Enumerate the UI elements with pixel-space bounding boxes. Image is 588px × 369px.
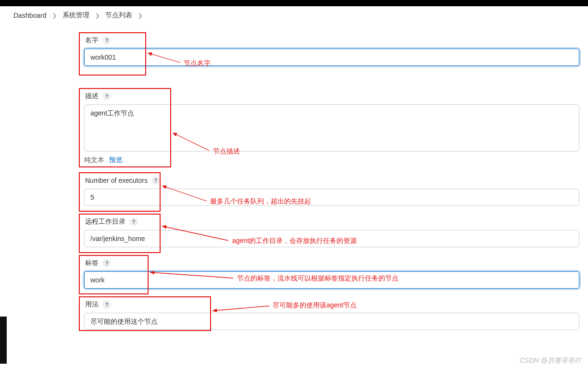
window-topbar <box>0 0 588 6</box>
help-icon[interactable]: ? <box>102 300 111 309</box>
annotation-name: 节点名字 <box>184 59 211 68</box>
usage-select[interactable]: 尽可能的使用这个节点 <box>84 313 579 330</box>
annotation-description: 节点描述 <box>213 147 240 156</box>
annotation-labels: 节点的标签，流水线可以根据标签指定执行任务的节点 <box>237 274 399 283</box>
executors-label: Number of executors <box>85 177 148 184</box>
usage-label: 用法 <box>85 300 99 309</box>
remote-label: 远程工作目录 <box>85 217 125 226</box>
field-labels: 标签 ? 节点的标签，流水线可以根据标签指定执行任务的节点 <box>84 259 588 289</box>
name-label: 名字 <box>85 36 99 45</box>
field-usage: 用法 ? 尽可能的使用这个节点 尽可能多的使用该agent节点 <box>84 300 588 330</box>
breadcrumb-dashboard[interactable]: Dashboard <box>13 12 47 19</box>
mode-plaintext: 纯文本 <box>84 156 104 164</box>
annotation-remote: agent的工作目录，会存放执行任务的资源 <box>232 237 357 245</box>
breadcrumb-nodes[interactable]: 节点列表 <box>105 11 132 20</box>
chevron-right-icon: ❯ <box>95 13 100 19</box>
annotation-usage: 尽可能多的使用该agent节点 <box>273 301 357 310</box>
executors-input[interactable] <box>84 189 579 206</box>
help-icon[interactable]: ? <box>102 92 111 101</box>
breadcrumb: Dashboard ❯ 系统管理 ❯ 节点列表 ❯ <box>0 6 588 25</box>
description-input[interactable]: agent工作节点 <box>84 104 579 152</box>
field-executors: Number of executors ? 最多几个任务队列，超出的先挂起 <box>84 176 588 206</box>
node-config-form: 名字 ? 节点名字 描述 ? agent工作节点 纯文本 预览 节点描述 Num… <box>0 25 588 361</box>
field-name: 名字 ? 节点名字 <box>84 36 588 66</box>
breadcrumb-manage[interactable]: 系统管理 <box>63 11 89 20</box>
name-input[interactable] <box>84 49 579 66</box>
mode-preview[interactable]: 预览 <box>109 156 123 164</box>
field-description: 描述 ? agent工作节点 纯文本 预览 节点描述 <box>84 92 588 165</box>
chevron-right-icon: ❯ <box>138 13 142 19</box>
field-remote-dir: 远程工作目录 ? agent的工作目录，会存放执行任务的资源 <box>84 217 588 247</box>
help-icon[interactable]: ? <box>102 36 111 45</box>
annotation-executors: 最多几个任务队列，超出的先挂起 <box>210 197 311 206</box>
help-icon[interactable]: ? <box>102 259 111 267</box>
watermark: CSDN @厉害哥哥吖 <box>520 356 581 361</box>
help-icon[interactable]: ? <box>129 217 138 226</box>
chevron-right-icon: ❯ <box>52 13 57 19</box>
description-label: 描述 <box>85 92 99 101</box>
help-icon[interactable]: ? <box>151 176 160 185</box>
labels-label: 标签 <box>85 259 99 267</box>
left-edge-bar <box>0 317 7 361</box>
description-mode: 纯文本 预览 <box>84 156 588 165</box>
